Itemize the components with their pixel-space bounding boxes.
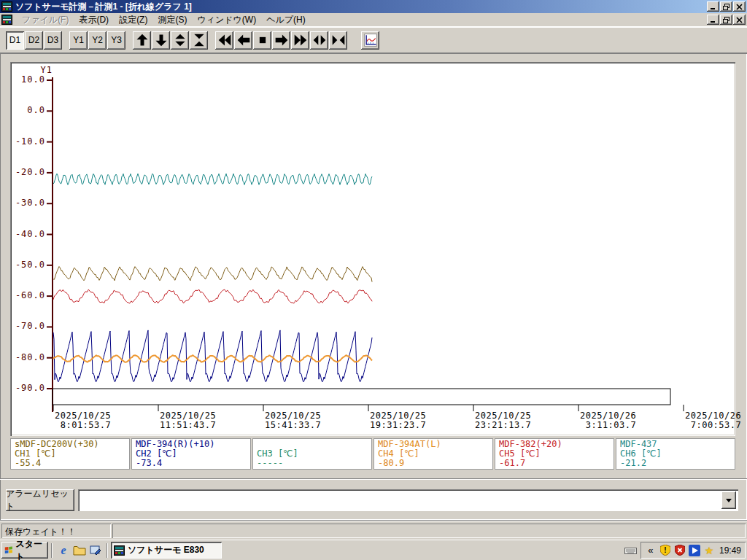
menu-window[interactable]: ウィンドウ(W) [192,12,261,28]
channel-value: ----- [257,459,368,468]
y-tick-label: -80.0 [10,352,45,362]
expand-horizontal-icon[interactable] [310,31,328,50]
app-icon [1,1,12,12]
x-tick-label: 2025/10/25 8:01:53.7 [55,411,111,430]
document-icon[interactable] [1,15,12,25]
series-CH5 [53,289,372,303]
x-tick-label: 2025/10/26 3:11:03.7 [580,411,636,430]
start-label: スタート [15,538,45,560]
x-tick-label: 2025/10/2519:31:23.7 [370,411,426,430]
y-axis-title: Y1 [31,65,53,75]
series-CH4 [53,355,372,362]
media-player-icon[interactable] [689,545,700,556]
channel-value: -61.7 [499,459,610,468]
y-tick-label: -70.0 [10,321,45,331]
y-tick-label: 0.0 [10,105,45,115]
menu-measure[interactable]: 測定(S) [152,12,192,28]
toolbar: D1 D2 D3 Y1 Y2 Y3 [0,27,747,53]
child-restore-button[interactable] [720,15,732,25]
arrow-down-icon[interactable] [152,31,170,50]
toolbar-d1-button[interactable]: D1 [6,31,24,50]
start-button[interactable]: スタート [1,542,48,559]
channel-value: -80.9 [378,459,489,468]
taskbar-divider [51,543,53,558]
child-close-button[interactable] [733,15,746,25]
task-app-icon [114,545,125,556]
taskbar: スタート e ソフトサーモ E830 « ! ★ 19:49 [0,540,747,560]
alarm-reset-button[interactable]: アラームリセット [6,489,74,511]
chart-svg [10,62,735,436]
channel-legend: sMDF-DC200V(+30) CH1 [℃] -55.4 MDF-394(R… [10,438,735,470]
show-desktop-icon[interactable] [88,542,104,559]
alarm-combobox[interactable] [78,489,738,511]
collapse-horizontal-icon[interactable] [329,31,347,50]
fast-backward-icon[interactable] [215,31,233,50]
toolbar-d2-button[interactable]: D2 [25,31,43,50]
menu-file[interactable]: ファイル(F) [17,12,74,28]
x-tick-label: 2025/10/26 7:00:53.7 [685,411,741,430]
toolbar-d3-button[interactable]: D3 [44,31,62,50]
restore-button[interactable] [720,1,732,12]
y-tick-label: -10.0 [10,136,45,147]
taskbar-divider [107,543,108,558]
minimize-button[interactable] [707,1,719,12]
step-backward-icon[interactable] [234,31,252,50]
title-bar: ソフトサーモ計測－計測1 - [折れ線グラフ 1] [0,0,747,13]
expand-vertical-icon[interactable] [171,31,189,50]
collapse-vertical-icon[interactable] [190,31,208,50]
y-tick-label: -30.0 [10,198,45,208]
y-tick-label: -90.0 [10,383,45,393]
security-alert-shield-icon[interactable]: ! [659,545,671,556]
arrow-up-icon[interactable] [133,31,151,50]
toolbar-y1-button[interactable]: Y1 [69,31,88,50]
y-tick-label: -40.0 [10,229,45,239]
legend-cell-ch2: MDF-394(R)(+10) CH2 [℃] -73.4 [131,438,251,470]
toolbar-y2-button[interactable]: Y2 [88,31,107,50]
menu-config[interactable]: 設定(Z) [114,12,152,28]
task-label: ソフトサーモ E830 [128,544,204,556]
alarm-combobox-value[interactable] [78,489,721,511]
hide-icons-chevron[interactable]: « [645,545,657,556]
stop-icon[interactable] [253,31,271,50]
y-tick-label: -60.0 [10,290,45,300]
status-message: 保存ウェイト！！ [1,524,111,538]
channel-value: -21.2 [620,459,731,468]
child-minimize-button[interactable] [707,15,719,25]
windows-logo-icon [4,545,13,555]
series-CH6 [53,174,372,184]
fast-forward-icon[interactable] [291,31,309,50]
internet-explorer-icon[interactable]: e [55,542,71,559]
window-title: ソフトサーモ計測－計測1 - [折れ線グラフ 1] [15,1,706,13]
keyboard-icon[interactable] [624,546,637,554]
svg-text:!: ! [664,546,666,554]
x-tick-label: 2025/10/2511:51:43.7 [160,411,216,430]
toolbar-y3-button[interactable]: Y3 [107,31,125,50]
series-CH1 [53,267,372,282]
x-tick-label: 2025/10/2523:21:13.7 [475,411,531,430]
channel-value: -73.4 [136,459,247,468]
channel-value: -55.4 [15,459,125,468]
active-task-button[interactable]: ソフトサーモ E830 [111,542,222,559]
close-button[interactable] [733,1,746,12]
line-graph-icon[interactable] [361,31,379,50]
y-tick-label: -50.0 [10,260,45,270]
status-panel-2 [112,524,746,538]
menu-view[interactable]: 表示(D) [74,12,114,28]
y-tick-label: 10.0 [10,74,45,85]
combo-dropdown-icon[interactable] [721,491,736,509]
tray-clock: 19:49 [718,545,741,556]
legend-cell-ch1: sMDF-DC200V(+30) CH1 [℃] -55.4 [10,438,130,470]
x-tick-label: 2025/10/2515:41:33.7 [265,411,321,430]
update-star-icon[interactable]: ★ [703,545,715,556]
legend-cell-ch3: CH3 [℃] ----- [252,438,372,470]
step-forward-icon[interactable] [272,31,290,50]
security-risk-shield-icon[interactable] [674,545,686,556]
menu-help[interactable]: ヘルプ(H) [261,12,311,28]
line-graph-panel: 10.00.0-10.0-20.0-30.0-40.0-50.0-60.0-70… [10,62,735,436]
legend-cell-ch4: MDF-394AT(L) CH4 [℃] -80.9 [374,438,493,470]
menu-bar: ファイル(F) 表示(D) 設定(Z) 測定(S) ウィンドウ(W) ヘルプ(H… [0,13,747,27]
folder-icon[interactable] [71,542,88,559]
app-window: ソフトサーモ計測－計測1 - [折れ線グラフ 1] ファイル(F) 表示(D) … [0,0,747,540]
legend-cell-ch6: MDF-437 CH6 [℃] -21.2 [616,438,735,470]
graph-client-area: 10.00.0-10.0-20.0-30.0-40.0-50.0-60.0-70… [0,53,747,520]
